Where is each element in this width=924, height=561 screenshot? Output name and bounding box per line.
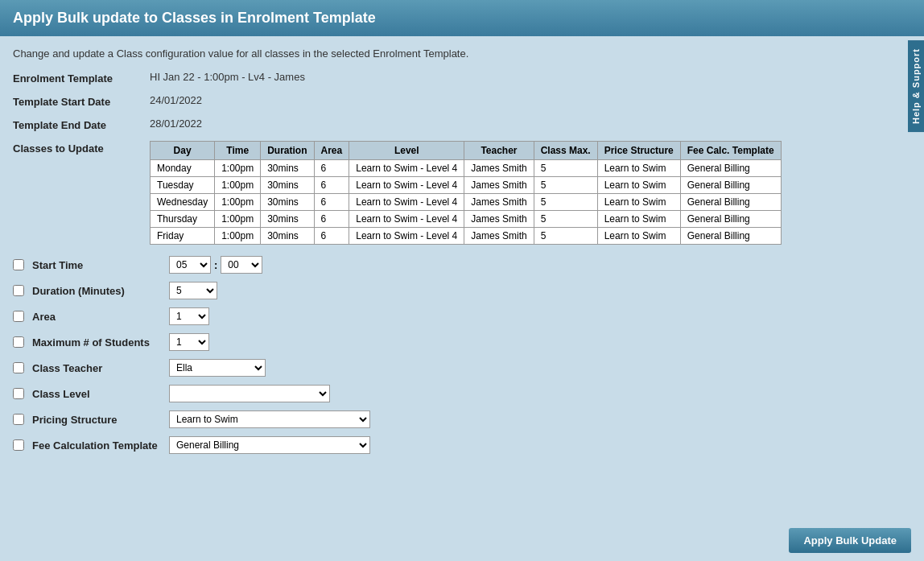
table-cell: 5 xyxy=(534,228,597,245)
table-cell: Learn to Swim - Level 4 xyxy=(349,211,464,228)
table-cell: General Billing xyxy=(680,228,781,245)
area-row: Area 123456 xyxy=(13,307,911,325)
duration-checkbox[interactable] xyxy=(13,285,24,296)
table-cell: James Smith xyxy=(464,211,534,228)
duration-select[interactable]: 510152025304560 xyxy=(169,282,217,299)
col-area: Area xyxy=(314,142,349,160)
teacher-select[interactable]: EllaJames SmithOther xyxy=(169,359,266,377)
pricing-select[interactable]: Learn to SwimOption 2 xyxy=(169,410,370,428)
table-cell: 5 xyxy=(534,160,597,177)
enrolment-template-row: Enrolment Template HI Jan 22 - 1:00pm - … xyxy=(13,71,911,85)
classes-table: Day Time Duration Area Level Teacher Cla… xyxy=(150,141,782,245)
table-cell: James Smith xyxy=(464,228,534,245)
col-day: Day xyxy=(151,142,215,160)
template-end-date-value: 28/01/2022 xyxy=(150,118,202,130)
duration-control: 510152025304560 xyxy=(169,282,217,299)
table-cell: Tuesday xyxy=(151,177,215,194)
pricing-structure-label: Pricing Structure xyxy=(32,414,161,426)
table-row: Thursday1:00pm30mins6Learn to Swim - Lev… xyxy=(151,211,782,228)
help-support-sidebar[interactable]: Help & Support xyxy=(908,40,924,132)
fee-calc-control: General BillingOption 2 xyxy=(169,436,370,454)
col-teacher: Teacher xyxy=(464,142,534,160)
max-students-select[interactable]: 12345678910 xyxy=(169,333,209,351)
table-cell: Learn to Swim xyxy=(597,228,680,245)
table-cell: General Billing xyxy=(680,160,781,177)
fee-select[interactable]: General BillingOption 2 xyxy=(169,436,370,454)
description-text: Change and update a Class configuration … xyxy=(13,47,911,60)
table-cell: 30mins xyxy=(261,194,314,211)
class-level-control: Learn to Swim - Level 1Learn to Swim - L… xyxy=(169,385,330,402)
class-level-row: Class Level Learn to Swim - Level 1Learn… xyxy=(13,385,911,402)
classes-to-update-row: Classes to Update Day Time Duration Area… xyxy=(13,141,911,245)
content-area: Change and update a Class configuration … xyxy=(0,36,924,465)
table-cell: Learn to Swim xyxy=(597,211,680,228)
table-row: Tuesday1:00pm30mins6Learn to Swim - Leve… xyxy=(151,177,782,194)
enrolment-template-label: Enrolment Template xyxy=(13,71,142,85)
table-cell: Learn to Swim - Level 4 xyxy=(349,194,464,211)
table-cell: Thursday xyxy=(151,211,215,228)
area-label: Area xyxy=(32,311,161,323)
class-teacher-checkbox[interactable] xyxy=(13,362,24,373)
table-row: Monday1:00pm30mins6Learn to Swim - Level… xyxy=(151,160,782,177)
duration-row: Duration (Minutes) 510152025304560 xyxy=(13,282,911,299)
table-cell: 30mins xyxy=(261,160,314,177)
page-container: Apply Bulk update to Classes in Enrolmen… xyxy=(0,0,924,561)
apply-bulk-update-button[interactable]: Apply Bulk Update xyxy=(789,528,911,553)
table-cell: 6 xyxy=(314,160,349,177)
template-end-date-row: Template End Date 28/01/2022 xyxy=(13,118,911,131)
template-end-date-label: Template End Date xyxy=(13,118,142,131)
header-bar: Apply Bulk update to Classes in Enrolmen… xyxy=(0,0,924,36)
table-cell: 6 xyxy=(314,211,349,228)
table-cell: Learn to Swim - Level 4 xyxy=(349,160,464,177)
area-control: 123456 xyxy=(169,307,209,325)
table-cell: 1:00pm xyxy=(215,228,261,245)
area-checkbox[interactable] xyxy=(13,311,24,322)
level-select[interactable]: Learn to Swim - Level 1Learn to Swim - L… xyxy=(169,385,330,402)
table-cell: 1:00pm xyxy=(215,160,261,177)
start-time-label: Start Time xyxy=(32,259,161,271)
enrolment-template-value: HI Jan 22 - 1:00pm - Lv4 - James xyxy=(150,71,305,83)
minute-select[interactable]: 00153045 xyxy=(221,256,262,274)
table-cell: 5 xyxy=(534,177,597,194)
pricing-structure-control: Learn to SwimOption 2 xyxy=(169,410,370,428)
table-cell: James Smith xyxy=(464,177,534,194)
duration-label: Duration (Minutes) xyxy=(32,285,161,297)
form-section: Enrolment Template HI Jan 22 - 1:00pm - … xyxy=(13,71,911,245)
table-cell: James Smith xyxy=(464,194,534,211)
fee-calc-checkbox[interactable] xyxy=(13,439,24,451)
table-cell: 6 xyxy=(314,177,349,194)
col-level: Level xyxy=(349,142,464,160)
max-students-row: Maximum # of Students 12345678910 xyxy=(13,333,911,351)
table-cell: General Billing xyxy=(680,177,781,194)
table-cell: 1:00pm xyxy=(215,194,261,211)
table-cell: Monday xyxy=(151,160,215,177)
table-cell: Learn to Swim - Level 4 xyxy=(349,177,464,194)
page-title: Apply Bulk update to Classes in Enrolmen… xyxy=(13,10,911,27)
class-teacher-control: EllaJames SmithOther xyxy=(169,359,266,377)
fee-calc-row: Fee Calculation Template General Billing… xyxy=(13,436,911,454)
table-cell: 6 xyxy=(314,194,349,211)
update-fields-section: Start Time 050607080910111201020304 : 00… xyxy=(13,256,911,454)
class-level-label: Class Level xyxy=(32,388,161,400)
hour-select[interactable]: 050607080910111201020304 xyxy=(169,256,211,274)
table-cell: Learn to Swim - Level 4 xyxy=(349,228,464,245)
fee-calc-label: Fee Calculation Template xyxy=(32,439,161,452)
col-time: Time xyxy=(215,142,261,160)
table-cell: 5 xyxy=(534,194,597,211)
template-start-date-row: Template Start Date 24/01/2022 xyxy=(13,94,911,108)
class-level-checkbox[interactable] xyxy=(13,388,24,399)
max-students-control: 12345678910 xyxy=(169,333,209,351)
max-students-label: Maximum # of Students xyxy=(32,336,161,349)
table-cell: James Smith xyxy=(464,160,534,177)
start-time-checkbox[interactable] xyxy=(13,259,24,270)
pricing-structure-checkbox[interactable] xyxy=(13,414,24,425)
table-cell: Wednesday xyxy=(151,194,215,211)
table-cell: Learn to Swim xyxy=(597,177,680,194)
table-cell: 5 xyxy=(534,211,597,228)
area-select[interactable]: 123456 xyxy=(169,307,209,325)
class-teacher-label: Class Teacher xyxy=(32,362,161,374)
max-students-checkbox[interactable] xyxy=(13,336,24,348)
pricing-structure-row: Pricing Structure Learn to SwimOption 2 xyxy=(13,410,911,428)
table-row: Wednesday1:00pm30mins6Learn to Swim - Le… xyxy=(151,194,782,211)
table-cell: General Billing xyxy=(680,211,781,228)
